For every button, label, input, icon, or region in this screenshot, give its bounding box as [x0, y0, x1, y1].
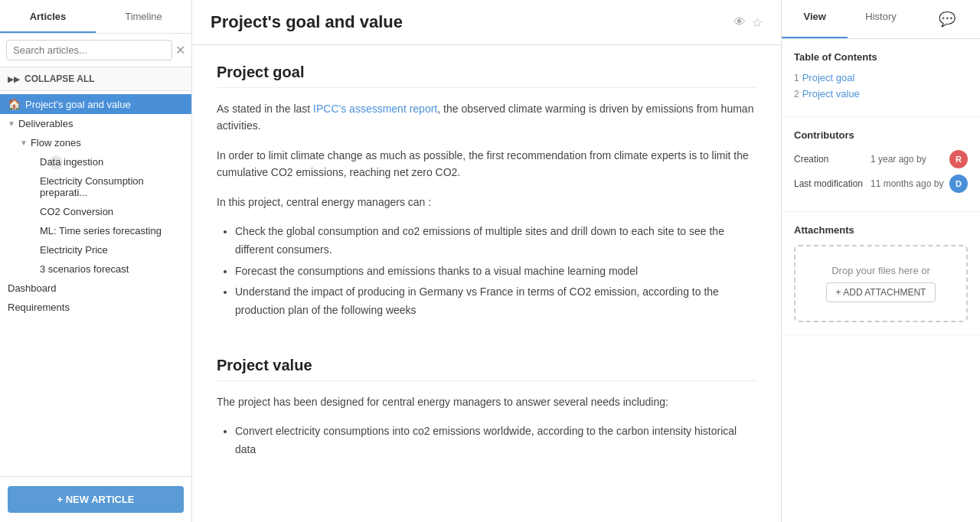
paragraph-value-1: The project has been designed for centra… [217, 393, 756, 410]
sidebar-item-flow-zones[interactable]: ▼ Flow zones [0, 133, 191, 152]
right-panel: View History 💬 Table of Contents 1 Proje… [781, 0, 980, 522]
modification-row: Last modification 11 months ago by D [794, 175, 968, 193]
sidebar-item-label: Deliverables [18, 118, 74, 129]
sidebar-item-label: Project's goal and value [25, 99, 131, 110]
add-attachment-button[interactable]: + ADD ATTACHMENT [826, 282, 936, 302]
sidebar-item-label: Data ingestion [40, 156, 103, 168]
sidebar-item-co2-conversion[interactable]: CO2 Conversion [0, 202, 191, 221]
sidebar-item-electricity-consumption[interactable]: Electricity Consumption preparati... [0, 171, 191, 202]
list-item: Check the global consumption and co2 emi… [235, 223, 756, 259]
creation-time: 1 year ago by [871, 154, 945, 165]
tab-timeline[interactable]: Timeline [96, 0, 191, 33]
sidebar: Articles Timeline ✕ ▶▶ COLLAPSE ALL 🏠 Pr… [0, 0, 192, 522]
toc-section: Table of Contents 1 Project goal 2 Proje… [782, 39, 980, 117]
sidebar-item-3-scenarios[interactable]: 3 scenarios forecast [0, 259, 191, 279]
toc-num-1: 1 [794, 73, 799, 83]
collapse-all-label: COLLAPSE ALL [24, 73, 95, 84]
home-icon: 🏠 [8, 98, 21, 110]
sidebar-footer: + NEW ARTICLE [0, 476, 191, 522]
toc-num-2: 2 [794, 89, 799, 100]
sidebar-tree: 🏠 Project's goal and value ▼ Deliverable… [0, 91, 191, 476]
search-input[interactable] [6, 40, 172, 60]
attachments-title: Attachments [794, 224, 968, 236]
content-header: Project's goal and value 👁 ☆ [192, 0, 781, 45]
main-content: Project's goal and value 👁 ☆ Project goa… [192, 0, 781, 522]
section-divider [217, 332, 756, 357]
collapse-arrow-icon: ▶▶ [8, 75, 20, 83]
paragraph-1-before: As stated in the last [217, 103, 313, 115]
section-title-project-value: Project value [217, 357, 756, 381]
project-value-bullets: Convert electricity consumptions into co… [217, 422, 756, 459]
chevron-down-icon: ▼ [8, 119, 15, 128]
sidebar-item-label: ML: Time series forecasting [40, 225, 162, 237]
list-item: Forecast the consumptions and emissions … [235, 263, 756, 281]
tab-articles[interactable]: Articles [0, 0, 96, 33]
section-title-project-goal: Project goal [217, 64, 756, 88]
eye-icon[interactable]: 👁 [733, 15, 746, 29]
toc-item-1[interactable]: 1 Project goal [794, 72, 968, 83]
sidebar-item-ml-forecasting[interactable]: ML: Time series forecasting [0, 221, 191, 240]
header-icons: 👁 ☆ [733, 15, 763, 30]
creation-row: Creation 1 year ago by R [794, 150, 968, 168]
drop-text: Drop your files here or [805, 265, 957, 276]
sidebar-item-label: Dashboard [8, 282, 57, 294]
tab-chat[interactable]: 💬 [914, 0, 980, 38]
clear-search-button[interactable]: ✕ [175, 44, 185, 57]
last-modification-label: Last modification [794, 178, 871, 189]
sidebar-item-label: Electricity Price [40, 244, 108, 256]
avatar-creator: R [949, 150, 968, 168]
tab-view[interactable]: View [782, 0, 848, 38]
sidebar-item-requirements[interactable]: Requirements [0, 298, 191, 317]
contributors-section: Contributors Creation 1 year ago by R La… [782, 117, 980, 212]
sidebar-item-data-ingestion[interactable]: Data ingestion [0, 152, 111, 171]
sidebar-search-container: ✕ [0, 34, 191, 67]
attachments-section: Attachments Drop your files here or + AD… [782, 212, 980, 335]
content-body: Project goal As stated in the last IPCC'… [192, 45, 781, 522]
modification-time: 11 months ago by [871, 178, 945, 189]
sidebar-tabs: Articles Timeline [0, 0, 191, 34]
list-item: Understand the impact of producing in Ge… [235, 283, 756, 320]
ipcc-link[interactable]: IPCC's assessment report [313, 103, 437, 115]
toc-item-2[interactable]: 2 Project value [794, 88, 968, 100]
sidebar-item-dashboard[interactable]: Dashboard [0, 279, 191, 298]
collapse-all-button[interactable]: ▶▶ COLLAPSE ALL [0, 67, 191, 91]
toc-title: Table of Contents [794, 51, 968, 63]
chevron-down-icon: ▼ [20, 139, 28, 147]
star-icon[interactable]: ☆ [752, 15, 763, 30]
sidebar-item-deliverables[interactable]: ▼ Deliverables [0, 114, 191, 133]
creation-label: Creation [794, 154, 871, 165]
list-item: Convert electricity consumptions into co… [235, 422, 756, 459]
chat-icon: 💬 [939, 11, 956, 27]
sidebar-item-label: 3 scenarios forecast [40, 263, 129, 275]
attachments-dropzone[interactable]: Drop your files here or + ADD ATTACHMENT [794, 245, 968, 322]
contributors-title: Contributors [794, 129, 968, 141]
avatar-modifier: D [949, 175, 968, 193]
page-title: Project's goal and value [211, 12, 733, 32]
paragraph-2: In order to limit climate change as much… [217, 147, 756, 181]
toc-label-2: Project value [802, 88, 860, 100]
sidebar-item-label: Flow zones [31, 137, 81, 148]
paragraph-3: In this project, central energy managers… [217, 194, 756, 210]
toc-label-1: Project goal [802, 72, 855, 83]
sidebar-item-label: Requirements [8, 302, 70, 313]
sidebar-item-projects-goal[interactable]: 🏠 Project's goal and value [0, 94, 191, 114]
sidebar-item-electricity-price[interactable]: Electricity Price [0, 240, 191, 259]
tab-history[interactable]: History [848, 0, 913, 38]
sidebar-item-label: Electricity Consumption preparati... [40, 175, 184, 198]
sidebar-item-label: CO2 Conversion [40, 206, 113, 217]
project-goal-bullets: Check the global consumption and co2 emi… [217, 223, 756, 320]
new-article-button[interactable]: + NEW ARTICLE [8, 486, 184, 513]
paragraph-1: As stated in the last IPCC's assessment … [217, 100, 756, 135]
right-panel-tabs: View History 💬 [782, 0, 980, 39]
